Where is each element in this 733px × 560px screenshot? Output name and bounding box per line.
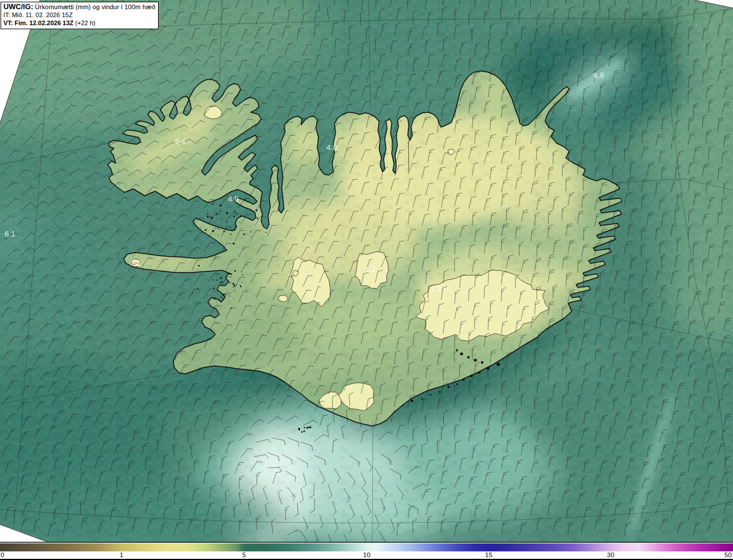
svg-text:2.1: 2.1 bbox=[131, 259, 141, 267]
svg-text:4.9: 4.9 bbox=[228, 195, 239, 203]
svg-text:6.1: 6.1 bbox=[5, 230, 15, 238]
svg-text:2.4: 2.4 bbox=[175, 137, 186, 146]
svg-text:1.2: 1.2 bbox=[431, 284, 442, 293]
svg-text:6.9: 6.9 bbox=[593, 71, 604, 80]
svg-text:1.3: 1.3 bbox=[365, 265, 376, 274]
svg-text:4.8: 4.8 bbox=[326, 143, 337, 152]
